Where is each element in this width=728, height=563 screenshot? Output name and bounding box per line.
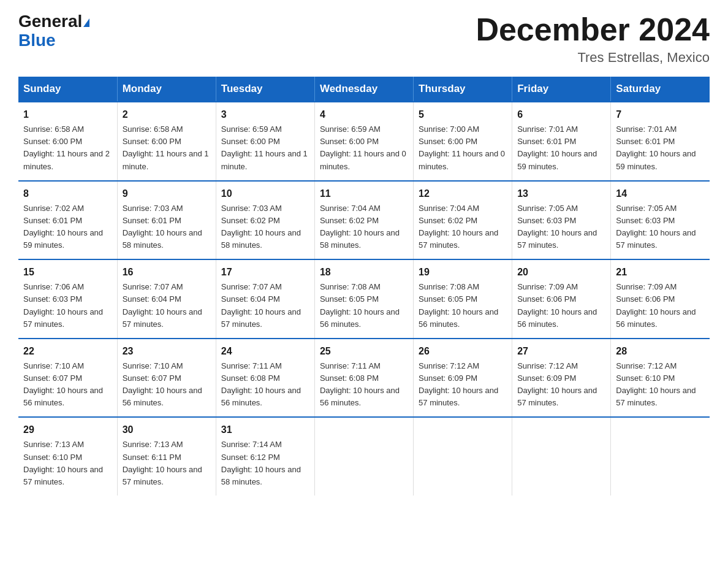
day-info: Sunrise: 7:12 AMSunset: 6:09 PMDaylight:…	[517, 360, 605, 410]
calendar-cell	[414, 417, 512, 496]
day-number: 13	[517, 186, 605, 201]
day-number: 21	[616, 265, 705, 280]
location: Tres Estrellas, Mexico	[476, 50, 710, 66]
calendar-cell	[314, 417, 413, 496]
calendar-table: SundayMondayTuesdayWednesdayThursdayFrid…	[18, 77, 710, 496]
day-info: Sunrise: 7:10 AMSunset: 6:07 PMDaylight:…	[123, 360, 211, 410]
calendar-cell: 28Sunrise: 7:12 AMSunset: 6:10 PMDayligh…	[611, 339, 710, 418]
day-number: 1	[23, 107, 112, 122]
day-number: 8	[23, 186, 112, 201]
day-number: 9	[123, 186, 211, 201]
calendar-cell: 6Sunrise: 7:01 AMSunset: 6:01 PMDaylight…	[512, 102, 611, 181]
calendar-body: 1Sunrise: 6:58 AMSunset: 6:00 PMDaylight…	[18, 102, 710, 496]
day-info: Sunrise: 7:03 AMSunset: 6:02 PMDaylight:…	[221, 202, 309, 252]
day-info: Sunrise: 7:04 AMSunset: 6:02 PMDaylight:…	[320, 202, 408, 252]
calendar-cell: 14Sunrise: 7:05 AMSunset: 6:03 PMDayligh…	[611, 181, 710, 260]
header-row: SundayMondayTuesdayWednesdayThursdayFrid…	[18, 77, 710, 102]
day-number: 10	[221, 186, 309, 201]
day-info: Sunrise: 7:00 AMSunset: 6:00 PMDaylight:…	[419, 123, 507, 173]
day-number: 12	[419, 186, 507, 201]
day-info: Sunrise: 6:58 AMSunset: 6:00 PMDaylight:…	[23, 123, 112, 173]
page-header: General Blue December 2024 Tres Estrella…	[18, 12, 710, 66]
day-info: Sunrise: 7:07 AMSunset: 6:04 PMDaylight:…	[123, 281, 211, 331]
header-thursday: Thursday	[414, 77, 512, 102]
calendar-cell: 18Sunrise: 7:08 AMSunset: 6:05 PMDayligh…	[314, 259, 413, 339]
week-row-4: 29Sunrise: 7:13 AMSunset: 6:10 PMDayligh…	[18, 417, 710, 496]
day-info: Sunrise: 7:06 AMSunset: 6:03 PMDaylight:…	[23, 281, 112, 331]
week-row-1: 8Sunrise: 7:02 AMSunset: 6:01 PMDaylight…	[18, 181, 710, 260]
header-saturday: Saturday	[611, 77, 710, 102]
day-number: 17	[221, 265, 309, 280]
week-row-2: 15Sunrise: 7:06 AMSunset: 6:03 PMDayligh…	[18, 259, 710, 339]
day-number: 23	[123, 344, 211, 359]
header-tuesday: Tuesday	[216, 77, 314, 102]
day-number: 7	[616, 107, 705, 122]
day-number: 22	[23, 344, 112, 359]
day-info: Sunrise: 7:11 AMSunset: 6:08 PMDaylight:…	[221, 360, 309, 410]
header-sunday: Sunday	[18, 77, 117, 102]
calendar-cell: 29Sunrise: 7:13 AMSunset: 6:10 PMDayligh…	[18, 417, 117, 496]
calendar-cell: 15Sunrise: 7:06 AMSunset: 6:03 PMDayligh…	[18, 259, 117, 339]
calendar-cell: 27Sunrise: 7:12 AMSunset: 6:09 PMDayligh…	[512, 339, 611, 418]
day-number: 19	[419, 265, 507, 280]
month-title: December 2024	[476, 12, 710, 47]
day-info: Sunrise: 7:04 AMSunset: 6:02 PMDaylight:…	[419, 202, 507, 252]
calendar-cell: 2Sunrise: 6:58 AMSunset: 6:00 PMDaylight…	[117, 102, 216, 181]
day-number: 16	[123, 265, 211, 280]
calendar-cell: 25Sunrise: 7:11 AMSunset: 6:08 PMDayligh…	[314, 339, 413, 418]
day-number: 2	[123, 107, 211, 122]
calendar-cell: 12Sunrise: 7:04 AMSunset: 6:02 PMDayligh…	[414, 181, 512, 260]
calendar-cell	[512, 417, 611, 496]
header-monday: Monday	[117, 77, 216, 102]
calendar-cell	[611, 417, 710, 496]
calendar-cell: 24Sunrise: 7:11 AMSunset: 6:08 PMDayligh…	[216, 339, 314, 418]
calendar-cell: 30Sunrise: 7:13 AMSunset: 6:11 PMDayligh…	[117, 417, 216, 496]
day-info: Sunrise: 7:01 AMSunset: 6:01 PMDaylight:…	[517, 123, 605, 173]
calendar-cell: 31Sunrise: 7:14 AMSunset: 6:12 PMDayligh…	[216, 417, 314, 496]
day-number: 18	[320, 265, 408, 280]
day-number: 24	[221, 344, 309, 359]
day-info: Sunrise: 7:11 AMSunset: 6:08 PMDaylight:…	[320, 360, 408, 410]
day-info: Sunrise: 7:09 AMSunset: 6:06 PMDaylight:…	[517, 281, 605, 331]
day-info: Sunrise: 7:05 AMSunset: 6:03 PMDaylight:…	[616, 202, 705, 252]
calendar-cell: 9Sunrise: 7:03 AMSunset: 6:01 PMDaylight…	[117, 181, 216, 260]
day-number: 29	[23, 423, 112, 437]
title-section: December 2024 Tres Estrellas, Mexico	[476, 12, 710, 66]
day-number: 6	[517, 107, 605, 122]
calendar-cell: 22Sunrise: 7:10 AMSunset: 6:07 PMDayligh…	[18, 339, 117, 418]
calendar-cell: 21Sunrise: 7:09 AMSunset: 6:06 PMDayligh…	[611, 259, 710, 339]
week-row-3: 22Sunrise: 7:10 AMSunset: 6:07 PMDayligh…	[18, 339, 710, 418]
day-info: Sunrise: 7:09 AMSunset: 6:06 PMDaylight:…	[616, 281, 705, 331]
calendar-cell: 16Sunrise: 7:07 AMSunset: 6:04 PMDayligh…	[117, 259, 216, 339]
day-info: Sunrise: 7:13 AMSunset: 6:10 PMDaylight:…	[23, 439, 112, 488]
calendar-cell: 13Sunrise: 7:05 AMSunset: 6:03 PMDayligh…	[512, 181, 611, 260]
day-number: 26	[419, 344, 507, 359]
calendar-cell: 11Sunrise: 7:04 AMSunset: 6:02 PMDayligh…	[314, 181, 413, 260]
day-info: Sunrise: 6:59 AMSunset: 6:00 PMDaylight:…	[320, 123, 408, 173]
day-number: 28	[616, 344, 705, 359]
calendar-cell: 19Sunrise: 7:08 AMSunset: 6:05 PMDayligh…	[414, 259, 512, 339]
calendar-cell: 7Sunrise: 7:01 AMSunset: 6:01 PMDaylight…	[611, 102, 710, 181]
calendar-cell: 1Sunrise: 6:58 AMSunset: 6:00 PMDaylight…	[18, 102, 117, 181]
logo-blue: Blue	[18, 31, 56, 50]
logo-general: General	[18, 12, 82, 31]
day-info: Sunrise: 7:12 AMSunset: 6:10 PMDaylight:…	[616, 360, 705, 410]
calendar-cell: 3Sunrise: 6:59 AMSunset: 6:00 PMDaylight…	[216, 102, 314, 181]
day-number: 31	[221, 423, 309, 437]
day-number: 27	[517, 344, 605, 359]
day-number: 11	[320, 186, 408, 201]
day-number: 15	[23, 265, 112, 280]
day-info: Sunrise: 7:08 AMSunset: 6:05 PMDaylight:…	[419, 281, 507, 331]
day-number: 14	[616, 186, 705, 201]
calendar-cell: 4Sunrise: 6:59 AMSunset: 6:00 PMDaylight…	[314, 102, 413, 181]
calendar-cell: 10Sunrise: 7:03 AMSunset: 6:02 PMDayligh…	[216, 181, 314, 260]
calendar-cell: 5Sunrise: 7:00 AMSunset: 6:00 PMDaylight…	[414, 102, 512, 181]
day-info: Sunrise: 7:08 AMSunset: 6:05 PMDaylight:…	[320, 281, 408, 331]
calendar-cell: 23Sunrise: 7:10 AMSunset: 6:07 PMDayligh…	[117, 339, 216, 418]
day-info: Sunrise: 7:07 AMSunset: 6:04 PMDaylight:…	[221, 281, 309, 331]
day-number: 4	[320, 107, 408, 122]
calendar-cell: 8Sunrise: 7:02 AMSunset: 6:01 PMDaylight…	[18, 181, 117, 260]
day-info: Sunrise: 7:14 AMSunset: 6:12 PMDaylight:…	[221, 439, 309, 488]
day-info: Sunrise: 6:59 AMSunset: 6:00 PMDaylight:…	[221, 123, 309, 173]
calendar-header: SundayMondayTuesdayWednesdayThursdayFrid…	[18, 77, 710, 102]
